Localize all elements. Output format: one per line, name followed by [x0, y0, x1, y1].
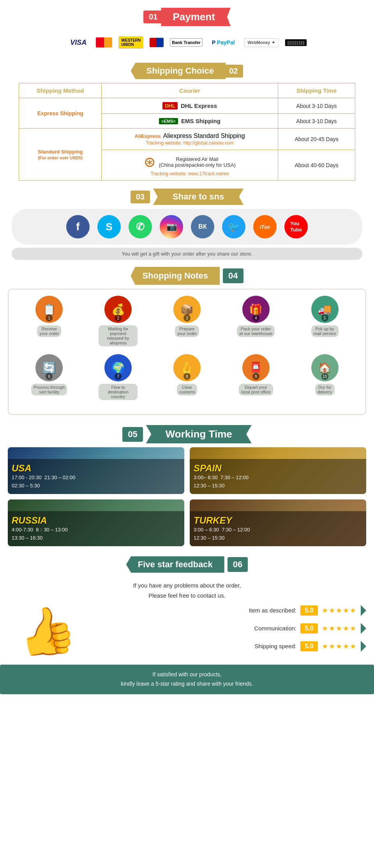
feedback-intro-line2: Please feel free to contact us. [148, 592, 226, 599]
country-usa: USA [12, 463, 180, 474]
feedback-header: Five star feedback 06 [0, 552, 374, 577]
section04-title: Shopping Notes [131, 267, 220, 285]
visa-icon: VISA [67, 37, 90, 48]
ems-logo: ≡EMS≡ [159, 118, 178, 124]
table-row: Express Shipping DHL DHL Express About 3… [19, 98, 355, 114]
mastercard-icon [96, 37, 112, 48]
feedback-intro: If you have any problems about the order… [0, 580, 374, 600]
itao-icon[interactable]: iTao [253, 215, 277, 238]
list-item: 📦 3 Prepareyour order [168, 296, 206, 346]
section02-title: Shipping Choice [131, 63, 226, 79]
courier-airmail: ⊛ Registered Air Mail(China post/epacket… [102, 150, 278, 181]
step3-icon: 📦 3 [173, 296, 201, 323]
working-time-grid: USA 17:00 - 20:30 21:30 – 02:0002:30 – 5… [8, 447, 366, 546]
step6-label: Process throughsort facility [31, 384, 67, 395]
working-card-usa: USA 17:00 - 20:30 21:30 – 02:0002:30 – 5… [8, 447, 184, 494]
list-item: 🏠 10 Our fordelivery [305, 354, 344, 400]
feedback-intro-line1: If you have any problems about the order… [133, 582, 241, 589]
courier-dhl: DHL DHL Express [102, 98, 278, 114]
ali-name: Aliexpress Standard Shipping [163, 132, 245, 139]
ali-tracking: Tracking website: http://global.cainiao.… [146, 140, 234, 146]
boletol-icon: ||||||||| [285, 39, 307, 46]
ratings-area: Item as described: 5.0 ★★★★★ Communicati… [86, 605, 366, 659]
section01-num: 01 [143, 11, 163, 23]
country-turkey: TURKEY [194, 515, 362, 526]
step5-label: Pck up bymail service [311, 325, 339, 337]
notes-section: Shopping Notes 04 📋 1 Receiveyour order … [0, 263, 374, 415]
working-card-turkey: TURKEY 3:00 – 6:30 7:30 – 12:0012:30 – 1… [190, 499, 366, 546]
thumbs-up-area: 👍 [8, 604, 86, 659]
stars-item: ★★★★★ [322, 606, 357, 615]
step8-label: Clearcustoms [177, 384, 198, 395]
whatsapp-icon[interactable]: ✆ [129, 215, 152, 238]
section06-title: Five star feedback [126, 556, 224, 573]
social-icons-row: f S ✆ 📷 ВК 🐦 iTao YouTube [12, 209, 362, 245]
step4-icon: 🎁 4 [242, 296, 270, 323]
ali-logo: AliExpress [135, 133, 161, 139]
vk-icon[interactable]: ВК [191, 215, 214, 238]
instagram-icon[interactable]: 📷 [160, 215, 183, 238]
share-header: 03 Share to sns [0, 185, 374, 209]
list-item: 💰 2 Waiting for paymentreleased by alixp… [99, 296, 138, 346]
time-ali: About 20-45 Days [278, 129, 355, 150]
youtube-icon[interactable]: YouTube [284, 215, 308, 238]
times-turkey: 3:00 – 6:30 7:30 – 12:0012:30 – 15:30 [194, 526, 362, 542]
twitter-icon[interactable]: 🐦 [222, 215, 245, 238]
working-header: 05 Working Time [0, 421, 374, 447]
arrow-ship [361, 641, 366, 652]
bank-transfer-icon: Bank Transfer [170, 38, 202, 47]
rating-row-ship: Shipping speed: 5.0 ★★★★★ [86, 641, 366, 652]
times-usa: 17:00 - 20:30 21:30 – 02:0002:30 – 5:30 [12, 474, 180, 490]
notes-row-2: 🔄 6 Process throughsort facility 🌍 7 Flo… [15, 354, 359, 400]
working-section: 05 Working Time USA 17:00 - 20:30 21:30 … [0, 421, 374, 546]
step9-icon: 📮 9 [242, 354, 270, 381]
step2-label: Waiting for paymentreleased by alixpress [99, 325, 138, 346]
rating-label-item: Item as described: [86, 607, 296, 614]
facebook-icon[interactable]: f [66, 215, 90, 238]
shipping-header: Shipping Choice 02 [0, 59, 374, 83]
step2-icon: 💰 2 [104, 296, 132, 323]
feedback-footer: If satisfied with our products, kindly l… [0, 665, 374, 694]
rating-row-item: Item as described: 5.0 ★★★★★ [86, 605, 366, 616]
col-courier: Courier [102, 83, 278, 98]
dhl-name: DHL Express [181, 102, 217, 109]
list-item: 📮 9 Depart yourlocal post office [236, 354, 275, 400]
section04-num: 04 [223, 268, 243, 283]
airmail-logo: ⊛ [144, 154, 155, 170]
step5-icon: 🚚 5 [311, 296, 339, 323]
col-method: Shipping Method [19, 83, 102, 98]
method-standard: Standard Shipping(For order over USD5) [19, 129, 102, 181]
country-spain: SPAIN [194, 463, 362, 474]
footer-line2: kindly leave a 5-star rating and share w… [121, 681, 253, 687]
shopping-notes-box: 📋 1 Receiveyour order 💰 2 Waiting for pa… [8, 289, 366, 415]
payment-header: 01 Payment [0, 4, 374, 30]
shipping-section: Shipping Choice 02 Shipping Method Couri… [0, 59, 374, 181]
working-card-russia: RUSSIA 4:00-7:30 8：30 – 13:0013:30 – 16:… [8, 499, 184, 546]
times-russia: 4:00-7:30 8：30 – 13:0013:30 – 16:30 [12, 526, 180, 542]
times-spain: 3:00– 6:30 7:30 – 12:0012:30 – 15:30 [194, 474, 362, 490]
step6-icon: 🔄 6 [35, 354, 63, 381]
notes-row-1: 📋 1 Receiveyour order 💰 2 Waiting for pa… [15, 296, 359, 346]
section06-num: 06 [228, 557, 248, 572]
stars-ship: ★★★★★ [322, 642, 357, 651]
rating-row-comm: Communication: 5.0 ★★★★★ [86, 623, 366, 634]
method-express: Express Shipping [19, 98, 102, 129]
skype-icon[interactable]: S [97, 215, 121, 238]
list-item: 📋 1 Receiveyour order [30, 296, 69, 346]
section02-num: 02 [224, 65, 243, 78]
feedback-content: 👍 Item as described: 5.0 ★★★★★ Communica… [0, 604, 374, 659]
section05-num: 05 [122, 427, 143, 442]
courier-ali: AliExpress Aliexpress Standard Shipping … [102, 129, 278, 150]
list-item: 🪝 8 Clearcustoms [168, 354, 206, 400]
step8-icon: 🪝 8 [173, 354, 201, 381]
webmoney-icon: WebMoney ✦ [244, 38, 279, 47]
time-ems: About 3-10 Days [278, 114, 355, 129]
working-card-spain: SPAIN 3:00– 6:30 7:30 – 12:0012:30 – 15:… [190, 447, 366, 494]
list-item: 🔄 6 Process throughsort facility [30, 354, 69, 400]
share-gift-text: You will get a gift with your order afte… [12, 248, 362, 260]
payment-icons: VISA WESTERNUNION Bank Transfer P PayPal… [0, 30, 374, 55]
step10-icon: 🏠 10 [311, 354, 339, 381]
country-russia: RUSSIA [12, 515, 180, 526]
airmail-name: Registered Air Mail(China post/epacket-o… [159, 156, 235, 168]
arrow-comm [361, 623, 366, 634]
